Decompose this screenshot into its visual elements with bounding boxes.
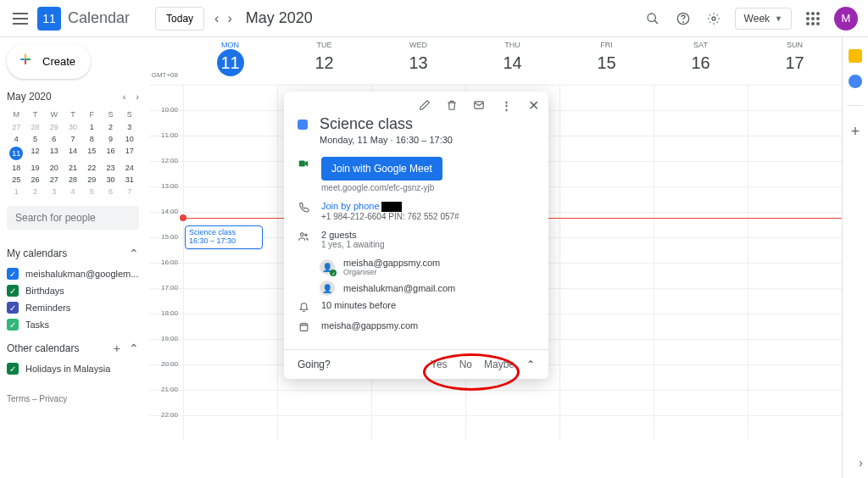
mini-cal-date[interactable]: 27 <box>45 174 64 186</box>
time-slot[interactable] <box>371 391 465 415</box>
day-header[interactable]: TUE12 <box>277 37 371 81</box>
time-slot[interactable] <box>654 187 748 212</box>
join-meet-button[interactable]: Join with Google Meet <box>321 157 442 181</box>
settings-icon[interactable] <box>704 9 723 28</box>
time-slot[interactable] <box>748 162 842 186</box>
mini-cal-date[interactable]: 27 <box>7 121 25 133</box>
time-slot[interactable] <box>748 111 842 136</box>
time-slot[interactable] <box>559 340 654 364</box>
time-slot[interactable] <box>654 213 748 237</box>
join-phone-link[interactable]: Join by phone <box>321 201 459 212</box>
time-slot[interactable] <box>748 213 842 237</box>
mini-cal-date[interactable]: 3 <box>45 186 64 197</box>
add-calendar-icon[interactable]: + <box>114 342 120 355</box>
addons-icon[interactable]: + <box>851 123 860 141</box>
time-slot[interactable] <box>748 365 842 390</box>
search-people-input[interactable] <box>7 206 139 230</box>
time-slot[interactable] <box>559 86 654 110</box>
rsvp-maybe-button[interactable]: Maybe <box>484 358 515 370</box>
keep-icon[interactable] <box>849 49 862 63</box>
time-slot[interactable] <box>748 187 842 212</box>
time-slot[interactable] <box>465 391 559 415</box>
privacy-link[interactable]: Privacy <box>39 394 67 403</box>
mini-cal-date[interactable]: 30 <box>101 174 120 186</box>
guest-row[interactable]: 👤 meisha@gappsmy.comOrganiser <box>320 258 535 276</box>
time-slot[interactable] <box>654 238 748 263</box>
checkbox-icon[interactable]: ✓ <box>7 268 19 280</box>
next-week-icon[interactable]: › <box>227 11 231 26</box>
tasks-icon[interactable] <box>849 75 862 88</box>
time-slot[interactable] <box>654 314 748 339</box>
time-slot[interactable] <box>748 340 842 364</box>
mini-cal-date[interactable]: 4 <box>64 186 82 197</box>
day-header[interactable]: FRI15 <box>559 37 654 81</box>
time-slot[interactable] <box>559 289 654 314</box>
mini-cal-date[interactable]: 14 <box>64 145 82 162</box>
prev-week-icon[interactable]: ‹ <box>214 11 219 26</box>
day-header[interactable]: MON11 <box>183 37 277 81</box>
mini-next-icon[interactable]: › <box>136 92 139 102</box>
mini-cal-date[interactable]: 18 <box>7 162 25 174</box>
account-avatar[interactable]: M <box>834 7 858 31</box>
time-slot[interactable] <box>748 391 842 415</box>
time-slot[interactable] <box>559 213 654 237</box>
time-slot[interactable] <box>654 136 748 161</box>
delete-icon[interactable] <box>445 98 459 112</box>
time-slot[interactable] <box>748 86 842 110</box>
rsvp-no-button[interactable]: No <box>459 358 472 370</box>
day-header[interactable]: WED13 <box>371 37 465 81</box>
time-slot[interactable] <box>654 162 748 186</box>
mini-cal-date[interactable]: 24 <box>120 162 139 174</box>
edit-icon[interactable] <box>418 98 431 112</box>
mini-cal-date[interactable]: 7 <box>120 186 139 197</box>
time-slot[interactable] <box>183 340 277 364</box>
time-slot[interactable] <box>277 391 371 415</box>
mini-cal-date[interactable]: 3 <box>120 121 139 133</box>
mini-cal-date[interactable]: 26 <box>25 174 44 186</box>
time-slot[interactable] <box>654 340 748 364</box>
mini-cal-date[interactable]: 29 <box>45 121 64 133</box>
time-slot[interactable] <box>559 136 654 161</box>
mini-prev-icon[interactable]: ‹ <box>123 92 126 102</box>
time-slot[interactable] <box>559 365 654 390</box>
guest-row[interactable]: 👤 meishalukman@gmail.com <box>320 281 535 296</box>
rsvp-expand-icon[interactable]: ⌃ <box>526 358 535 370</box>
day-header[interactable]: SAT16 <box>654 37 748 81</box>
time-slot[interactable] <box>183 86 277 110</box>
mini-cal-date[interactable]: 2 <box>101 121 120 133</box>
mini-cal-date[interactable]: 15 <box>82 145 101 162</box>
mini-cal-date[interactable]: 4 <box>7 133 25 145</box>
mini-cal-date[interactable]: 6 <box>45 133 64 145</box>
view-selector[interactable]: Week▼ <box>735 8 792 30</box>
time-slot[interactable] <box>183 264 277 288</box>
checkbox-icon[interactable]: ✓ <box>7 319 19 331</box>
time-slot[interactable] <box>559 391 654 415</box>
calendar-item[interactable]: ✓Birthdays <box>7 282 139 299</box>
mini-cal-date[interactable]: 31 <box>120 174 139 186</box>
time-slot[interactable] <box>559 162 654 186</box>
time-slot[interactable] <box>559 264 654 288</box>
time-slot[interactable] <box>654 264 748 288</box>
time-slot[interactable] <box>748 314 842 339</box>
mini-cal-date[interactable]: 5 <box>25 133 44 145</box>
time-slot[interactable] <box>559 111 654 136</box>
mini-cal-date[interactable]: 1 <box>82 121 101 133</box>
main-menu-icon[interactable] <box>10 8 31 29</box>
close-icon[interactable]: ✕ <box>526 98 540 112</box>
mini-cal-date[interactable]: 16 <box>101 145 120 162</box>
mini-cal-date[interactable]: 29 <box>82 174 101 186</box>
time-slot[interactable] <box>748 136 842 161</box>
time-slot[interactable] <box>465 416 559 441</box>
time-slot[interactable] <box>748 416 842 441</box>
mini-cal-date[interactable]: 1 <box>7 186 25 197</box>
time-slot[interactable] <box>371 416 465 441</box>
create-button[interactable]: Create <box>7 44 91 79</box>
checkbox-icon[interactable]: ✓ <box>7 363 19 375</box>
time-slot[interactable] <box>654 391 748 415</box>
mini-cal-date[interactable]: 8 <box>82 133 101 145</box>
time-slot[interactable] <box>183 162 277 186</box>
time-slot[interactable] <box>183 365 277 390</box>
mail-icon[interactable] <box>472 98 486 112</box>
mini-cal-date[interactable]: 28 <box>64 174 82 186</box>
day-header[interactable]: SUN17 <box>748 37 842 81</box>
